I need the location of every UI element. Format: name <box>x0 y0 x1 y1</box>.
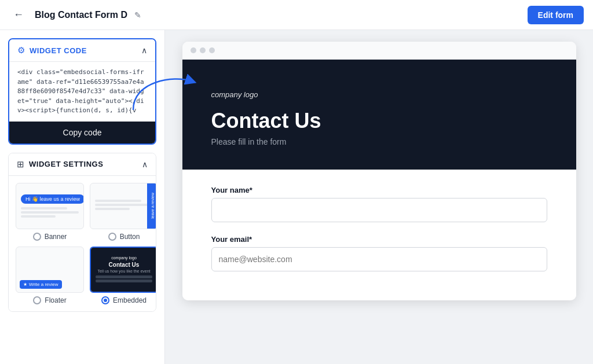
widget-code-section: ⚙ WIDGET CODE ∧ <div class="embedsocial-… <box>8 38 156 145</box>
button-side-strip: leave a review <box>147 183 156 229</box>
banner-preview: Hi 👋 leave us a review <box>16 183 84 229</box>
name-field-label: Your name* <box>211 186 547 194</box>
banner-label-row: Banner <box>33 233 67 241</box>
preview-line <box>21 215 56 218</box>
button-preview: leave a review <box>90 183 156 229</box>
widget-code-header-left: ⚙ WIDGET CODE <box>17 45 87 56</box>
embedded-subtitle: Tell us how you like the event <box>97 269 150 273</box>
button-right-lines <box>90 195 156 216</box>
edit-form-button[interactable]: Edit form <box>528 6 584 24</box>
widget-type-banner[interactable]: Hi 👋 leave us a review Banner <box>16 183 84 241</box>
widget-code-header: ⚙ WIDGET CODE ∧ <box>9 39 155 61</box>
embedded-title: Contact Us <box>109 262 140 268</box>
browser-window: company logo Contact Us Please fill in t… <box>182 42 576 300</box>
embedded-preview: company logo Contact Us Tell us how you … <box>90 247 156 293</box>
widget-type-grid: Hi 👋 leave us a review Banner <box>9 176 156 311</box>
email-field-input[interactable] <box>211 247 547 271</box>
header-left: ← Blog Contact Form D ✎ <box>9 6 141 24</box>
right-panel: company logo Contact Us Please fill in t… <box>165 30 593 364</box>
preview-line <box>95 200 141 202</box>
floater-label-row: Floater <box>33 296 66 304</box>
back-button[interactable]: ← <box>9 6 28 24</box>
widget-type-button[interactable]: leave a review Button <box>90 183 156 241</box>
chevron-up-icon[interactable]: ∧ <box>141 46 147 55</box>
floater-preview: ★ Write a review <box>16 247 84 293</box>
main-layout: ⚙ WIDGET CODE ∧ <div class="embedsocial-… <box>0 30 593 364</box>
email-field-label: Your email* <box>211 235 547 244</box>
button-preview-content: leave a review <box>90 183 156 229</box>
widget-code-title: WIDGET CODE <box>30 46 87 55</box>
button-label-row: Button <box>108 233 140 241</box>
back-arrow-icon: ← <box>13 9 24 21</box>
floater-btn-text: Write a review <box>29 282 58 287</box>
name-field-input[interactable] <box>211 198 547 222</box>
floater-radio[interactable] <box>33 296 41 304</box>
gear-icon: ⚙ <box>17 45 25 56</box>
edit-title-icon[interactable]: ✎ <box>134 10 141 20</box>
page-title: Blog Contact Form D <box>35 10 127 20</box>
banner-radio[interactable] <box>33 233 41 241</box>
preview-line <box>95 208 130 210</box>
company-logo-text: company logo <box>211 90 547 99</box>
form-field-email: Your email* <box>211 235 547 271</box>
preview-lines-banner <box>21 207 79 218</box>
embedded-logo: company logo <box>111 256 137 260</box>
embed-code-block: <div class="embedsocial-forms-iframe" da… <box>9 61 155 122</box>
widget-settings-title: WIDGET SETTINGS <box>29 160 103 168</box>
button-side-text: leave a review <box>151 193 155 219</box>
floater-label: Floater <box>45 296 66 304</box>
form-body: Your name* Your email* <box>182 170 576 300</box>
preview-line <box>95 204 153 206</box>
banner-label: Banner <box>45 233 67 241</box>
embedded-preview-content: company logo Contact Us Tell us how you … <box>91 248 156 292</box>
copy-code-button[interactable]: Copy code <box>9 122 155 144</box>
widget-type-embedded[interactable]: company logo Contact Us Tell us how you … <box>90 247 156 304</box>
embed-code-text: <div class="embedsocial-forms-iframe" da… <box>17 68 144 114</box>
widget-settings-header: ⊞ WIDGET SETTINGS ∧ <box>9 153 156 176</box>
browser-dot-green <box>209 47 215 53</box>
floater-preview-content: ★ Write a review <box>16 247 83 292</box>
widget-type-floater[interactable]: ★ Write a review Floater <box>16 247 84 304</box>
preview-line <box>21 207 67 209</box>
form-field-name: Your name* <box>211 186 547 222</box>
floater-button-preview: ★ Write a review <box>20 280 62 289</box>
embedded-label: Embedded <box>113 296 147 304</box>
button-radio[interactable] <box>108 233 116 241</box>
widget-settings-section: ⊞ WIDGET SETTINGS ∧ Hi 👋 leave us a revi… <box>8 153 156 312</box>
browser-dot-red <box>191 47 196 53</box>
header: ← Blog Contact Form D ✎ Edit form <box>0 0 593 30</box>
browser-dot-yellow <box>200 47 206 53</box>
grid-icon: ⊞ <box>17 159 24 170</box>
embedded-label-row: Embedded <box>101 296 147 304</box>
browser-bar <box>182 42 576 60</box>
embedded-field-preview <box>96 275 152 278</box>
preview-line <box>21 211 79 214</box>
embedded-field-preview <box>96 280 152 282</box>
settings-chevron-up-icon[interactable]: ∧ <box>142 160 148 169</box>
widget-settings-header-left: ⊞ WIDGET SETTINGS <box>17 159 103 170</box>
banner-pill: Hi 👋 leave us a review <box>21 194 84 204</box>
button-label: Button <box>120 233 140 241</box>
form-hero: company logo Contact Us Please fill in t… <box>182 60 576 170</box>
embedded-radio[interactable] <box>101 296 109 304</box>
form-title: Contact Us <box>211 109 547 133</box>
banner-preview-content: Hi 👋 leave us a review <box>16 189 83 223</box>
form-subtitle: Please fill in the form <box>211 137 547 146</box>
star-icon: ★ <box>23 282 27 287</box>
left-panel: ⚙ WIDGET CODE ∧ <div class="embedsocial-… <box>0 30 165 364</box>
